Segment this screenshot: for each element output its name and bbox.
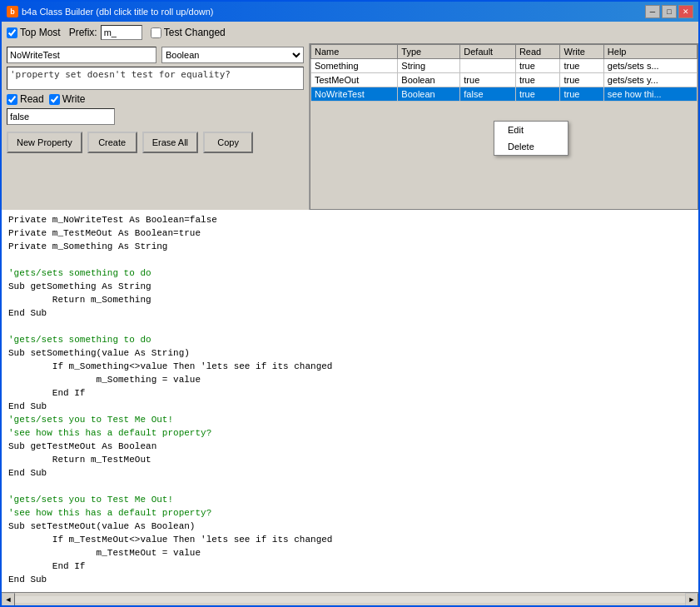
code-line: Sub getSomething As String: [8, 280, 692, 293]
type-select[interactable]: Boolean String Integer Long Double Date: [161, 47, 304, 63]
table-cell-name: Something: [311, 59, 398, 73]
code-line: End If: [8, 560, 692, 573]
erase-all-button[interactable]: Erase All: [142, 132, 198, 153]
code-line: [8, 586, 692, 592]
code-area-wrapper: Private m_NoWriteTest As Boolean=falsePr…: [2, 210, 698, 592]
right-panel: Name Type Default Read Write Help Someth…: [310, 43, 698, 210]
code-line: 'gets/sets something to do: [8, 333, 692, 346]
table-cell-read: true: [515, 59, 560, 73]
property-name-input[interactable]: [7, 47, 156, 63]
code-line: If m_Something<>value Then 'lets see if …: [8, 360, 692, 373]
code-line: 'gets/sets something to do: [8, 266, 692, 280]
table-cell-default: [460, 59, 516, 73]
app-icon: b: [7, 6, 18, 17]
properties-table: Name Type Default Read Write Help Someth…: [310, 44, 698, 102]
code-line: Private m_TestMeOut As Boolean=true: [8, 226, 692, 240]
code-line: 'see how this has a default property?: [8, 426, 692, 440]
table-row[interactable]: TestMeOutBooleantruetruetruegets/sets y.…: [311, 73, 698, 87]
code-line: [8, 253, 692, 266]
scroll-right-btn[interactable]: ►: [685, 593, 698, 606]
main-window: b b4a Class Builder (dbl click title to …: [0, 0, 700, 607]
table-cell-default: true: [460, 73, 516, 87]
code-line: m_Something = value: [8, 373, 692, 386]
new-property-button[interactable]: New Property: [7, 132, 82, 153]
code-line: Return m_Something: [8, 293, 692, 306]
write-checkbox[interactable]: [49, 94, 60, 105]
table-cell-help: gets/sets y...: [603, 73, 697, 87]
create-button[interactable]: Create: [87, 132, 137, 153]
code-line: [8, 320, 692, 333]
close-button[interactable]: ✕: [678, 5, 693, 18]
table-header-row: Name Type Default Read Write Help: [311, 45, 698, 59]
name-type-row: Boolean String Integer Long Double Date: [7, 47, 304, 63]
default-value-input[interactable]: [7, 108, 115, 125]
help-text-row: 'property set doesn't test for equality?: [7, 67, 304, 90]
prefix-label: Prefix:: [69, 27, 97, 38]
read-label: Read: [20, 93, 44, 105]
table-cell-name: TestMeOut: [311, 73, 398, 87]
buttons-row: New Property Create Erase All Copy: [7, 132, 304, 153]
col-type: Type: [398, 45, 460, 59]
test-changed-label: Test Changed: [164, 27, 226, 38]
title-bar: b b4a Class Builder (dbl click title to …: [2, 2, 698, 22]
code-line: 'gets/sets you to Test Me Out!: [8, 493, 692, 506]
write-label: Write: [62, 93, 86, 105]
title-buttons: ─ □ ✕: [645, 5, 693, 18]
context-menu-delete[interactable]: Delete: [494, 138, 568, 155]
help-text-input[interactable]: 'property set doesn't test for equality?: [7, 67, 304, 90]
read-checkbox-group: Read: [7, 93, 44, 105]
code-line: Sub getTestMeOut As Boolean: [8, 440, 692, 453]
code-line: End If: [8, 386, 692, 400]
table-cell-type: Boolean: [398, 73, 460, 87]
context-menu-edit[interactable]: Edit: [494, 122, 568, 138]
col-name: Name: [311, 45, 398, 59]
table-cell-help: gets/sets s...: [603, 59, 697, 73]
code-line: End Sub: [8, 573, 692, 586]
maximize-button[interactable]: □: [662, 5, 677, 18]
col-help: Help: [603, 45, 697, 59]
default-row: [7, 108, 304, 125]
test-changed-checkbox[interactable]: [151, 27, 161, 38]
minimize-button[interactable]: ─: [645, 5, 660, 18]
code-line: Private m_Something As String: [8, 240, 692, 253]
write-checkbox-group: Write: [49, 93, 86, 105]
prefix-group: Prefix:: [69, 25, 142, 40]
table-cell-help: see how thi...: [603, 87, 697, 102]
table-cell-read: true: [515, 87, 560, 102]
read-checkbox[interactable]: [7, 94, 17, 105]
prefix-input[interactable]: [101, 25, 142, 40]
table-cell-write: true: [560, 87, 603, 102]
scroll-left-btn[interactable]: ◄: [2, 593, 15, 606]
code-line: End Sub: [8, 306, 692, 320]
table-cell-default: false: [460, 87, 516, 102]
context-menu: Edit Delete: [494, 121, 568, 156]
table-row[interactable]: NoWriteTestBooleanfalsetruetruesee how t…: [311, 87, 698, 102]
code-output[interactable]: Private m_NoWriteTest As Boolean=falsePr…: [2, 210, 698, 592]
table-body: SomethingStringtruetruegets/sets s...Tes…: [311, 59, 698, 102]
properties-container: Name Type Default Read Write Help Someth…: [310, 43, 698, 210]
top-controls: Top Most Prefix: Test Changed: [2, 22, 698, 43]
code-line: End Sub: [8, 400, 692, 413]
code-line: Sub setTestMeOut(value As Boolean): [8, 520, 692, 533]
code-line: 'gets/sets you to Test Me Out!: [8, 413, 692, 426]
window-title: b4a Class Builder (dbl click title to ro…: [22, 7, 214, 17]
col-write: Write: [560, 45, 603, 59]
table-cell-type: Boolean: [398, 87, 460, 102]
code-line: m_TestMeOut = value: [8, 546, 692, 560]
table-cell-write: true: [560, 59, 603, 73]
left-panel: Boolean String Integer Long Double Date …: [2, 43, 310, 210]
main-split: Boolean String Integer Long Double Date …: [2, 43, 698, 210]
table-row[interactable]: SomethingStringtruetruegets/sets s...: [311, 59, 698, 73]
copy-button[interactable]: Copy: [203, 132, 253, 153]
code-line: [8, 480, 692, 493]
table-cell-name: NoWriteTest: [311, 87, 398, 102]
read-write-row: Read Write: [7, 93, 304, 105]
code-line: Return m_TestMeOut: [8, 453, 692, 466]
topmost-label: Top Most: [20, 27, 61, 38]
code-line: Sub setSomething(value As String): [8, 346, 692, 360]
h-scrollbar[interactable]: ◄ ►: [2, 592, 698, 605]
code-line: End Sub: [8, 466, 692, 480]
topmost-checkbox[interactable]: [7, 27, 17, 38]
col-default: Default: [460, 45, 516, 59]
table-cell-write: true: [560, 73, 603, 87]
